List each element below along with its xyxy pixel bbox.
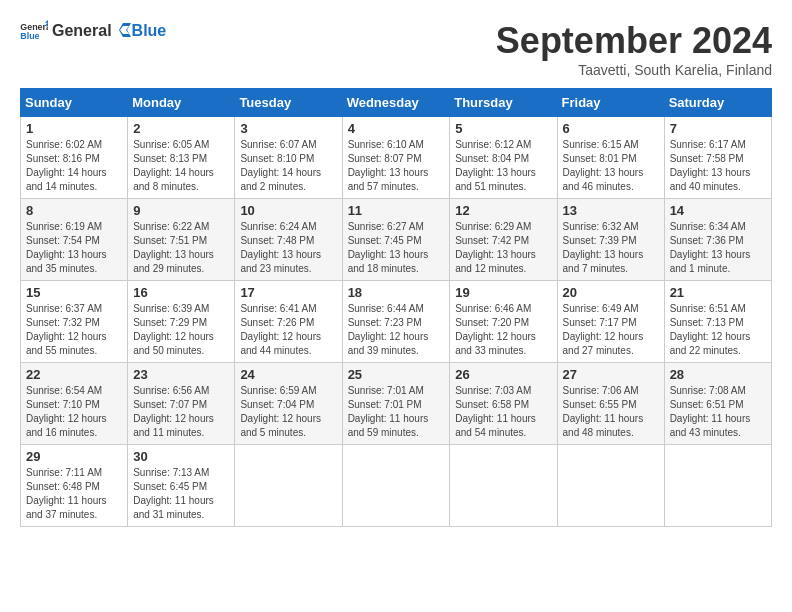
location-title: Taavetti, South Karelia, Finland: [496, 62, 772, 78]
page-header: General Blue General Blue September 2024…: [20, 20, 772, 78]
day-info: Sunrise: 6:29 AM Sunset: 7:42 PM Dayligh…: [455, 220, 551, 276]
day-cell: 17 Sunrise: 6:41 AM Sunset: 7:26 PM Dayl…: [235, 281, 342, 363]
day-cell: 10 Sunrise: 6:24 AM Sunset: 7:48 PM Dayl…: [235, 199, 342, 281]
day-cell: [450, 445, 557, 527]
day-cell: 13 Sunrise: 6:32 AM Sunset: 7:39 PM Dayl…: [557, 199, 664, 281]
day-number: 28: [670, 367, 766, 382]
day-info: Sunrise: 6:34 AM Sunset: 7:36 PM Dayligh…: [670, 220, 766, 276]
weekday-header-wednesday: Wednesday: [342, 89, 450, 117]
day-cell: 20 Sunrise: 6:49 AM Sunset: 7:17 PM Dayl…: [557, 281, 664, 363]
day-info: Sunrise: 6:59 AM Sunset: 7:04 PM Dayligh…: [240, 384, 336, 440]
day-info: Sunrise: 6:15 AM Sunset: 8:01 PM Dayligh…: [563, 138, 659, 194]
day-cell: 3 Sunrise: 6:07 AM Sunset: 8:10 PM Dayli…: [235, 117, 342, 199]
week-row-5: 29 Sunrise: 7:11 AM Sunset: 6:48 PM Dayl…: [21, 445, 772, 527]
day-info: Sunrise: 6:37 AM Sunset: 7:32 PM Dayligh…: [26, 302, 122, 358]
day-info: Sunrise: 6:22 AM Sunset: 7:51 PM Dayligh…: [133, 220, 229, 276]
day-number: 21: [670, 285, 766, 300]
day-number: 24: [240, 367, 336, 382]
week-row-2: 8 Sunrise: 6:19 AM Sunset: 7:54 PM Dayli…: [21, 199, 772, 281]
day-number: 8: [26, 203, 122, 218]
day-cell: 8 Sunrise: 6:19 AM Sunset: 7:54 PM Dayli…: [21, 199, 128, 281]
week-row-1: 1 Sunrise: 6:02 AM Sunset: 8:16 PM Dayli…: [21, 117, 772, 199]
day-number: 1: [26, 121, 122, 136]
day-cell: 1 Sunrise: 6:02 AM Sunset: 8:16 PM Dayli…: [21, 117, 128, 199]
day-cell: 23 Sunrise: 6:56 AM Sunset: 7:07 PM Dayl…: [128, 363, 235, 445]
day-cell: 16 Sunrise: 6:39 AM Sunset: 7:29 PM Dayl…: [128, 281, 235, 363]
day-number: 7: [670, 121, 766, 136]
day-number: 17: [240, 285, 336, 300]
day-cell: [235, 445, 342, 527]
day-cell: 21 Sunrise: 6:51 AM Sunset: 7:13 PM Dayl…: [664, 281, 771, 363]
day-number: 30: [133, 449, 229, 464]
logo: General Blue General Blue: [20, 20, 166, 42]
weekday-header-friday: Friday: [557, 89, 664, 117]
day-info: Sunrise: 6:05 AM Sunset: 8:13 PM Dayligh…: [133, 138, 229, 194]
day-number: 20: [563, 285, 659, 300]
day-cell: 26 Sunrise: 7:03 AM Sunset: 6:58 PM Dayl…: [450, 363, 557, 445]
day-info: Sunrise: 6:19 AM Sunset: 7:54 PM Dayligh…: [26, 220, 122, 276]
weekday-header-monday: Monday: [128, 89, 235, 117]
day-cell: 22 Sunrise: 6:54 AM Sunset: 7:10 PM Dayl…: [21, 363, 128, 445]
day-cell: 7 Sunrise: 6:17 AM Sunset: 7:58 PM Dayli…: [664, 117, 771, 199]
month-title: September 2024: [496, 20, 772, 62]
day-info: Sunrise: 6:49 AM Sunset: 7:17 PM Dayligh…: [563, 302, 659, 358]
day-cell: 25 Sunrise: 7:01 AM Sunset: 7:01 PM Dayl…: [342, 363, 450, 445]
day-info: Sunrise: 7:03 AM Sunset: 6:58 PM Dayligh…: [455, 384, 551, 440]
logo-wave-icon: [113, 23, 131, 39]
day-number: 11: [348, 203, 445, 218]
day-number: 3: [240, 121, 336, 136]
day-cell: 29 Sunrise: 7:11 AM Sunset: 6:48 PM Dayl…: [21, 445, 128, 527]
day-info: Sunrise: 6:39 AM Sunset: 7:29 PM Dayligh…: [133, 302, 229, 358]
day-cell: [664, 445, 771, 527]
day-number: 19: [455, 285, 551, 300]
svg-text:General: General: [20, 22, 48, 32]
calendar-table: SundayMondayTuesdayWednesdayThursdayFrid…: [20, 88, 772, 527]
day-number: 16: [133, 285, 229, 300]
day-cell: 15 Sunrise: 6:37 AM Sunset: 7:32 PM Dayl…: [21, 281, 128, 363]
day-info: Sunrise: 6:10 AM Sunset: 8:07 PM Dayligh…: [348, 138, 445, 194]
title-area: September 2024 Taavetti, South Karelia, …: [496, 20, 772, 78]
day-cell: 19 Sunrise: 6:46 AM Sunset: 7:20 PM Dayl…: [450, 281, 557, 363]
day-info: Sunrise: 6:07 AM Sunset: 8:10 PM Dayligh…: [240, 138, 336, 194]
logo-blue: Blue: [132, 22, 167, 40]
calendar-body: 1 Sunrise: 6:02 AM Sunset: 8:16 PM Dayli…: [21, 117, 772, 527]
day-number: 12: [455, 203, 551, 218]
week-row-4: 22 Sunrise: 6:54 AM Sunset: 7:10 PM Dayl…: [21, 363, 772, 445]
day-number: 14: [670, 203, 766, 218]
day-info: Sunrise: 6:41 AM Sunset: 7:26 PM Dayligh…: [240, 302, 336, 358]
day-cell: [557, 445, 664, 527]
day-info: Sunrise: 6:44 AM Sunset: 7:23 PM Dayligh…: [348, 302, 445, 358]
day-cell: 5 Sunrise: 6:12 AM Sunset: 8:04 PM Dayli…: [450, 117, 557, 199]
day-info: Sunrise: 6:46 AM Sunset: 7:20 PM Dayligh…: [455, 302, 551, 358]
day-cell: 11 Sunrise: 6:27 AM Sunset: 7:45 PM Dayl…: [342, 199, 450, 281]
day-cell: 12 Sunrise: 6:29 AM Sunset: 7:42 PM Dayl…: [450, 199, 557, 281]
day-number: 29: [26, 449, 122, 464]
day-cell: 2 Sunrise: 6:05 AM Sunset: 8:13 PM Dayli…: [128, 117, 235, 199]
day-cell: 27 Sunrise: 7:06 AM Sunset: 6:55 PM Dayl…: [557, 363, 664, 445]
day-cell: 30 Sunrise: 7:13 AM Sunset: 6:45 PM Dayl…: [128, 445, 235, 527]
day-info: Sunrise: 7:06 AM Sunset: 6:55 PM Dayligh…: [563, 384, 659, 440]
day-number: 15: [26, 285, 122, 300]
day-cell: 14 Sunrise: 6:34 AM Sunset: 7:36 PM Dayl…: [664, 199, 771, 281]
day-info: Sunrise: 6:51 AM Sunset: 7:13 PM Dayligh…: [670, 302, 766, 358]
day-number: 26: [455, 367, 551, 382]
weekday-header-sunday: Sunday: [21, 89, 128, 117]
logo-general: General: [52, 22, 112, 40]
day-cell: 6 Sunrise: 6:15 AM Sunset: 8:01 PM Dayli…: [557, 117, 664, 199]
day-info: Sunrise: 6:24 AM Sunset: 7:48 PM Dayligh…: [240, 220, 336, 276]
day-number: 22: [26, 367, 122, 382]
day-cell: 4 Sunrise: 6:10 AM Sunset: 8:07 PM Dayli…: [342, 117, 450, 199]
day-info: Sunrise: 7:08 AM Sunset: 6:51 PM Dayligh…: [670, 384, 766, 440]
day-number: 4: [348, 121, 445, 136]
weekday-header-tuesday: Tuesday: [235, 89, 342, 117]
day-number: 13: [563, 203, 659, 218]
day-info: Sunrise: 7:01 AM Sunset: 7:01 PM Dayligh…: [348, 384, 445, 440]
day-number: 9: [133, 203, 229, 218]
day-cell: 9 Sunrise: 6:22 AM Sunset: 7:51 PM Dayli…: [128, 199, 235, 281]
weekday-header-saturday: Saturday: [664, 89, 771, 117]
day-info: Sunrise: 6:56 AM Sunset: 7:07 PM Dayligh…: [133, 384, 229, 440]
day-info: Sunrise: 6:17 AM Sunset: 7:58 PM Dayligh…: [670, 138, 766, 194]
day-info: Sunrise: 6:12 AM Sunset: 8:04 PM Dayligh…: [455, 138, 551, 194]
day-cell: 18 Sunrise: 6:44 AM Sunset: 7:23 PM Dayl…: [342, 281, 450, 363]
week-row-3: 15 Sunrise: 6:37 AM Sunset: 7:32 PM Dayl…: [21, 281, 772, 363]
